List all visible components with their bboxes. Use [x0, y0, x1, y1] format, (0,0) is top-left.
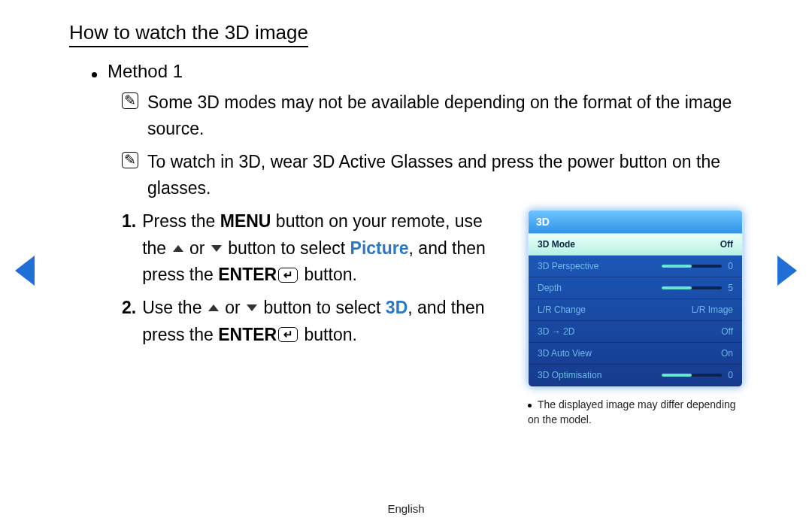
osd-menu-title: 3D [529, 210, 742, 234]
step-number: 1. [122, 208, 136, 289]
osd-row-value-wrap: 0 [662, 370, 733, 380]
osd-row-value: Off [721, 326, 733, 337]
method-label: Method 1 [108, 61, 183, 82]
up-arrow-icon [173, 245, 183, 252]
down-arrow-icon [247, 304, 257, 311]
enter-keyword: ENTER [218, 325, 277, 344]
enter-keyword: ENTER [218, 265, 277, 284]
osd-row-value: L/R Image [692, 304, 733, 315]
osd-menu-row[interactable]: 3D Perspective0 [529, 256, 742, 277]
note-icon: ✎ [122, 152, 138, 168]
step-number: 2. [122, 295, 136, 348]
picture-keyword: Picture [350, 238, 409, 258]
osd-row-value: Off [720, 239, 733, 250]
osd-row-label: L/R Change [538, 304, 586, 315]
text: button to select [223, 238, 350, 258]
osd-row-label: 3D Mode [538, 239, 575, 250]
manual-page: How to watch the 3D image Method 1 ✎ Som… [0, 0, 812, 427]
note-item: ✎ Some 3D modes may not be available dep… [122, 89, 743, 141]
steps-list: 1. Press the MENU button on your remote,… [122, 208, 504, 348]
caption-text: The displayed image may differ depending… [528, 398, 736, 426]
step-text: Press the MENU button on your remote, us… [142, 208, 504, 289]
page-title: How to watch the 3D image [69, 21, 308, 47]
osd-row-value: 5 [728, 283, 733, 293]
step-text: Use the or button to select 3D, and then… [142, 295, 504, 348]
menu-keyword: MENU [220, 211, 271, 231]
down-arrow-icon [211, 245, 222, 252]
note-item: ✎ To watch in 3D, wear 3D Active Glasses… [122, 149, 743, 201]
osd-row-value: 0 [728, 370, 733, 380]
osd-menu-row[interactable]: 3D Auto ViewOn [529, 343, 742, 365]
slider-track[interactable] [662, 265, 722, 268]
3d-keyword: 3D [386, 298, 408, 317]
slider-fill [662, 265, 692, 268]
osd-row-value-wrap: 0 [662, 261, 733, 271]
osd-row-label: 3D Auto View [538, 348, 592, 359]
slider-track[interactable] [662, 374, 722, 377]
text: or [220, 298, 245, 317]
step-2: 2. Use the or button to select 3D, and t… [122, 295, 504, 348]
osd-row-value-wrap: L/R Image [692, 304, 733, 315]
note-icon: ✎ [122, 92, 138, 109]
osd-row-label: Depth [538, 283, 562, 293]
text: button. [299, 265, 357, 284]
step-1: 1. Press the MENU button on your remote,… [122, 208, 504, 289]
osd-3d-menu: 3D 3D ModeOff3D Perspective0Depth5L/R Ch… [528, 210, 743, 387]
slider-fill [662, 286, 692, 289]
osd-row-label: 3D → 2D [538, 326, 574, 337]
note-text: Some 3D modes may not be available depen… [147, 89, 743, 141]
method-heading: Method 1 [92, 61, 743, 82]
slider-track[interactable] [662, 286, 722, 289]
osd-row-value: 0 [728, 261, 733, 271]
page-footer-language: English [0, 502, 812, 515]
osd-row-value-wrap: On [721, 348, 733, 359]
osd-row-value-wrap: Off [720, 239, 733, 250]
osd-row-value-wrap: 5 [662, 283, 733, 293]
notes-block: ✎ Some 3D modes may not be available dep… [122, 89, 743, 201]
enter-icon: ↵ [278, 268, 298, 283]
text: button. [299, 325, 357, 344]
osd-row-value-wrap: Off [721, 326, 733, 337]
text: button to select [259, 298, 386, 317]
bullet-dot-icon [528, 404, 532, 407]
up-arrow-icon [208, 304, 219, 311]
enter-icon: ↵ [278, 327, 298, 342]
osd-menu-row[interactable]: L/R ChangeL/R Image [529, 299, 742, 321]
osd-row-value: On [721, 348, 733, 359]
osd-menu-row[interactable]: 3D Optimisation0 [529, 365, 742, 386]
osd-menu-row[interactable]: Depth5 [529, 277, 742, 299]
osd-menu-row[interactable]: 3D → 2DOff [529, 321, 742, 343]
text: Press the [142, 211, 220, 231]
osd-row-label: 3D Perspective [538, 261, 598, 271]
text: Use the [142, 298, 207, 317]
osd-row-label: 3D Optimisation [538, 370, 601, 380]
bullet-dot-icon [92, 72, 97, 77]
text: or [185, 238, 210, 258]
osd-menu-row[interactable]: 3D ModeOff [529, 234, 742, 256]
image-caption: The displayed image may differ depending… [528, 398, 743, 427]
slider-fill [662, 374, 692, 377]
note-text: To watch in 3D, wear 3D Active Glasses a… [147, 149, 743, 201]
